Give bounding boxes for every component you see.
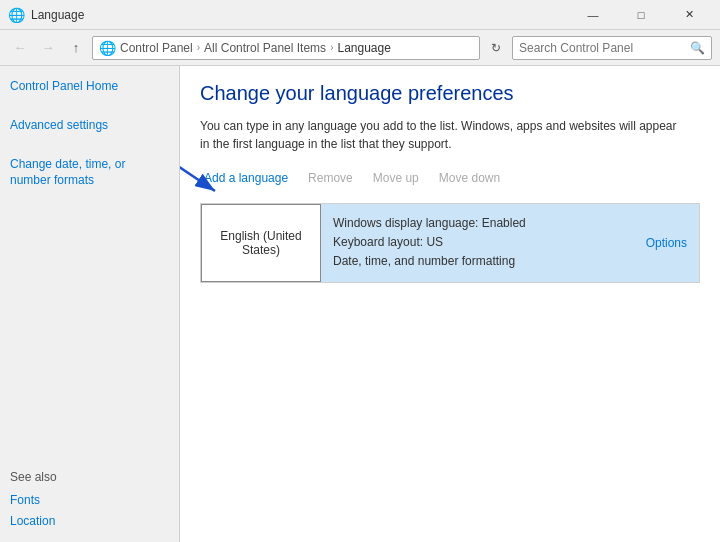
path-arrow-1: ›: [197, 42, 200, 53]
date-time-format: Date, time, and number formatting: [333, 252, 622, 271]
options-link[interactable]: Options: [646, 236, 687, 250]
language-details: Windows display language: Enabled Keyboa…: [321, 204, 634, 282]
sidebar-fonts-link[interactable]: Fonts: [10, 492, 169, 509]
content-area: Change your language preferences You can…: [180, 66, 720, 542]
window-icon: 🌐: [8, 7, 25, 23]
window-title: Language: [31, 8, 84, 22]
sidebar-home-link[interactable]: Control Panel Home: [10, 78, 169, 95]
title-controls: — □ ✕: [570, 0, 712, 30]
language-options-cell: Options: [634, 204, 699, 282]
main-layout: Control Panel Home Advanced settings Cha…: [0, 66, 720, 542]
search-icon: 🔍: [690, 41, 705, 55]
title-bar-left: 🌐 Language: [8, 7, 84, 23]
path-segment-1: Control Panel: [120, 41, 193, 55]
page-title: Change your language preferences: [200, 82, 700, 105]
content-description: You can type in any language you add to …: [200, 117, 680, 153]
sidebar-top: Control Panel Home Advanced settings Cha…: [10, 78, 169, 189]
sidebar-date-time[interactable]: Change date, time, or number formats: [10, 156, 169, 190]
forward-button[interactable]: →: [36, 36, 60, 60]
minimize-button[interactable]: —: [570, 0, 616, 30]
path-arrow-2: ›: [330, 42, 333, 53]
keyboard-layout: Keyboard layout: US: [333, 233, 622, 252]
maximize-button[interactable]: □: [618, 0, 664, 30]
address-bar: ← → ↑ 🌐 Control Panel › All Control Pane…: [0, 30, 720, 66]
sidebar-advanced-settings[interactable]: Advanced settings: [10, 117, 169, 134]
close-button[interactable]: ✕: [666, 0, 712, 30]
title-bar: 🌐 Language — □ ✕: [0, 0, 720, 30]
toolbar-wrapper: Add a language Remove Move up Move down: [200, 169, 700, 195]
path-current: Language: [337, 41, 390, 55]
move-down-button[interactable]: Move down: [435, 169, 504, 187]
up-button[interactable]: ↑: [64, 36, 88, 60]
refresh-button[interactable]: ↻: [484, 36, 508, 60]
add-language-button[interactable]: Add a language: [200, 169, 292, 187]
path-segment-2: All Control Panel Items: [204, 41, 326, 55]
path-globe-icon: 🌐: [99, 40, 116, 56]
address-path[interactable]: 🌐 Control Panel › All Control Panel Item…: [92, 36, 480, 60]
sidebar-bottom: See also Fonts Location: [10, 470, 169, 530]
display-language-status: Windows display language: Enabled: [333, 214, 622, 233]
search-input[interactable]: [519, 41, 686, 55]
see-also-label: See also: [10, 470, 169, 484]
language-list: English (United States) Windows display …: [200, 203, 700, 283]
language-name[interactable]: English (United States): [201, 204, 321, 282]
move-up-button[interactable]: Move up: [369, 169, 423, 187]
back-button[interactable]: ←: [8, 36, 32, 60]
sidebar: Control Panel Home Advanced settings Cha…: [0, 66, 180, 542]
remove-button[interactable]: Remove: [304, 169, 357, 187]
search-box[interactable]: 🔍: [512, 36, 712, 60]
language-toolbar: Add a language Remove Move up Move down: [200, 169, 700, 195]
language-item: English (United States) Windows display …: [201, 204, 699, 282]
sidebar-location-link[interactable]: Location: [10, 513, 169, 530]
